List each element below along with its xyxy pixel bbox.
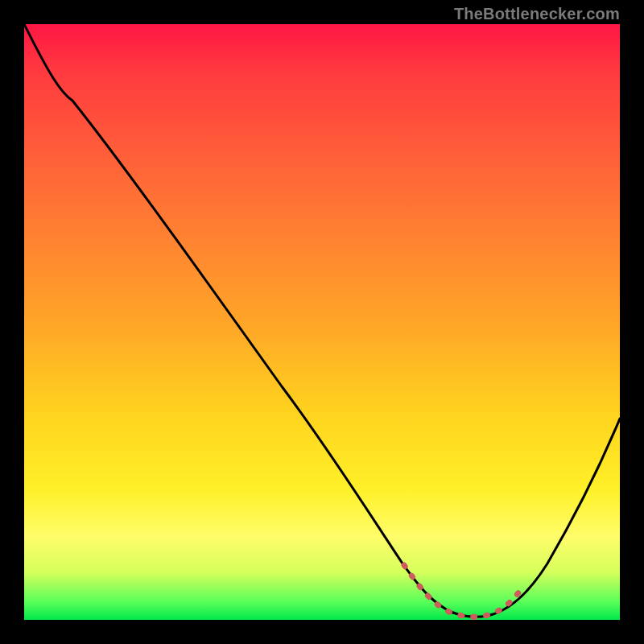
bottleneck-curve [24,24,620,620]
plot-gradient-area [24,24,620,620]
chart-frame: TheBottlenecker.com [0,0,644,644]
watermark-text: TheBottlenecker.com [454,5,620,23]
curve-min-highlight [404,565,519,617]
curve-main [24,24,620,617]
